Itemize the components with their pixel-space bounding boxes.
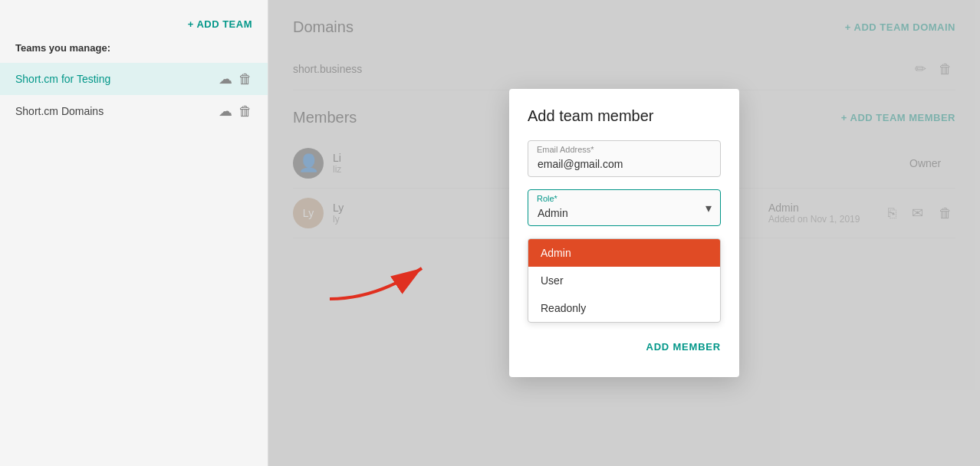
team-item-2[interactable]: Short.cm Domains ☁ 🗑 — [0, 95, 268, 127]
add-team-section: + ADD TEAM — [0, 12, 268, 42]
modal-title: Add team member — [528, 107, 721, 125]
arrow-svg — [314, 238, 437, 307]
team-item-1[interactable]: Short.cm for Testing ☁ 🗑 — [0, 63, 268, 95]
team-name-2: Short.cm Domains — [15, 105, 212, 117]
teams-label: Teams you manage: — [0, 42, 268, 63]
modal-footer: ADD MEMBER — [528, 335, 721, 359]
dropdown-item-admin[interactable]: Admin — [528, 239, 720, 267]
role-field-group: Role* Admin User Readonly ▾ — [528, 189, 721, 226]
role-dropdown: Admin User Readonly — [528, 238, 721, 323]
email-field-group: Email Address* — [528, 140, 721, 177]
trash-icon-2[interactable]: 🗑 — [238, 103, 252, 120]
add-team-member-modal: Add team member Email Address* Role* Adm… — [509, 89, 739, 377]
modal-overlay: Add team member Email Address* Role* Adm… — [268, 0, 980, 466]
dropdown-item-readonly[interactable]: Readonly — [528, 294, 720, 322]
cloud-icon-1: ☁ — [219, 71, 232, 87]
sidebar: + ADD TEAM Teams you manage: Short.cm fo… — [0, 0, 268, 466]
add-member-button[interactable]: ADD MEMBER — [646, 335, 721, 359]
main-content: Domains + ADD TEAM DOMAIN short.business… — [268, 0, 980, 466]
role-label: Role* — [537, 194, 557, 203]
cloud-icon-2: ☁ — [219, 103, 232, 120]
trash-icon-1[interactable]: 🗑 — [238, 71, 252, 87]
team-name-1: Short.cm for Testing — [15, 73, 212, 85]
add-team-button[interactable]: + ADD TEAM — [188, 18, 252, 30]
arrow-indicator — [314, 238, 437, 310]
dropdown-item-user[interactable]: User — [528, 267, 720, 294]
email-label: Email Address* — [537, 145, 594, 154]
